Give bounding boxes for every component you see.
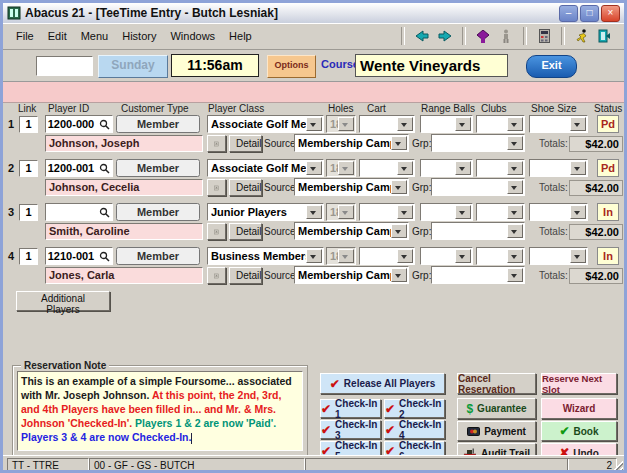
chevron-down-icon[interactable] (507, 180, 523, 194)
chevron-down-icon[interactable] (507, 224, 523, 238)
release-all-players-button[interactable]: ✔Release All Players (320, 373, 445, 394)
range-balls-select[interactable] (420, 159, 473, 177)
detail-button[interactable]: Detail (229, 223, 262, 240)
clubs-select[interactable] (476, 159, 525, 177)
clubs-select[interactable] (476, 247, 525, 265)
chevron-down-icon[interactable] (507, 161, 523, 175)
chevron-down-icon[interactable] (391, 180, 407, 194)
resize-grip[interactable] (611, 461, 623, 473)
detail-button[interactable]: Detail (229, 179, 262, 196)
player-name-field[interactable]: Johnson, Cecelia (45, 179, 203, 196)
search-icon[interactable] (96, 205, 112, 219)
transfer-icon-button[interactable] (207, 135, 226, 152)
chevron-down-icon[interactable] (306, 117, 322, 131)
player-id-field[interactable] (45, 203, 113, 221)
shoe-size-select[interactable] (529, 159, 588, 177)
cancel-reservation-button[interactable]: Cancel Reservation (457, 373, 536, 394)
menu-menu[interactable]: Menu (74, 27, 116, 45)
cart-select[interactable] (359, 159, 415, 177)
chevron-down-icon[interactable] (507, 136, 523, 150)
check-in-3-button[interactable]: ✔Check-In 3 (320, 420, 381, 439)
shoe-size-select[interactable] (529, 203, 588, 221)
player-name-field[interactable]: Smith, Caroline (45, 223, 203, 240)
check-in-1-button[interactable]: ✔Check-In 1 (320, 399, 381, 418)
menu-file[interactable]: File (9, 27, 41, 45)
transfer-icon-button[interactable] (207, 267, 226, 284)
player-class-select[interactable]: Business Members (207, 247, 324, 265)
additional-players-button[interactable]: Additional Players (16, 291, 110, 311)
chevron-down-icon[interactable] (397, 249, 413, 263)
cart-select[interactable] (359, 247, 415, 265)
customer-type-button[interactable]: Member (116, 159, 200, 177)
chevron-down-icon[interactable] (455, 161, 471, 175)
customer-type-button[interactable]: Member (116, 203, 200, 221)
source-select[interactable]: Membership Campa (294, 266, 409, 284)
wizard-button[interactable]: Wizard (541, 398, 617, 419)
transfer-icon-button[interactable] (207, 223, 226, 240)
player-name-field[interactable]: Johnson, Joseph (45, 135, 203, 152)
source-select[interactable]: Membership Campa (294, 178, 409, 196)
close-button[interactable]: × (601, 5, 620, 22)
chevron-down-icon[interactable] (391, 136, 407, 150)
range-balls-select[interactable] (420, 203, 473, 221)
date-input[interactable] (36, 56, 93, 76)
maximize-button[interactable]: □ (580, 5, 599, 22)
chevron-down-icon[interactable] (306, 249, 322, 263)
transfer-icon-button[interactable] (207, 179, 226, 196)
source-select[interactable]: Membership Campa (294, 134, 409, 152)
prev-arrow-icon[interactable] (413, 27, 431, 45)
cart-select[interactable] (359, 115, 415, 133)
player-class-select[interactable]: Junior Players (207, 203, 324, 221)
customer-type-button[interactable]: Member (116, 247, 200, 265)
search-icon[interactable] (96, 249, 112, 263)
shoe-size-select[interactable] (529, 115, 588, 133)
chevron-down-icon[interactable] (507, 249, 523, 263)
chevron-down-icon[interactable] (306, 205, 322, 219)
player-name-field[interactable]: Jones, Carla (45, 267, 203, 284)
day-button[interactable]: Sunday (98, 55, 168, 78)
next-arrow-icon[interactable] (436, 27, 454, 45)
range-balls-select[interactable] (420, 115, 473, 133)
chevron-down-icon[interactable] (570, 117, 586, 131)
link-field[interactable]: 1 (19, 204, 38, 221)
detail-button[interactable]: Detail (229, 267, 262, 284)
detail-button[interactable]: Detail (229, 135, 262, 152)
grp-select[interactable] (431, 222, 525, 240)
calculator-icon[interactable] (535, 27, 553, 45)
chevron-down-icon[interactable] (570, 205, 586, 219)
chevron-down-icon[interactable] (391, 268, 407, 282)
search-icon[interactable] (96, 117, 112, 131)
grp-select[interactable] (431, 266, 525, 284)
chevron-down-icon[interactable] (455, 117, 471, 131)
player-id-field[interactable]: 1200-001 (45, 159, 113, 177)
player-class-select[interactable]: Associate Golf Membe (207, 115, 324, 133)
chevron-down-icon[interactable] (397, 161, 413, 175)
check-in-4-button[interactable]: ✔Check-In 4 (384, 420, 445, 439)
search-icon[interactable] (96, 161, 112, 175)
chevron-down-icon[interactable] (397, 205, 413, 219)
payment-button[interactable]: Payment (457, 421, 536, 441)
player-class-select[interactable]: Associate Golf Membe (207, 159, 324, 177)
range-balls-select[interactable] (420, 247, 473, 265)
check-in-2-button[interactable]: ✔Check-In 2 (384, 399, 445, 418)
customer-type-button[interactable]: Member (116, 115, 200, 133)
reservation-note-text[interactable]: This is an example of a simple Foursome.… (17, 371, 303, 451)
link-field[interactable]: 1 (19, 248, 38, 265)
chevron-down-icon[interactable] (570, 161, 586, 175)
course-field[interactable]: Wente Vineyards (355, 54, 508, 77)
guarantee-button[interactable]: $Guarantee (457, 398, 536, 419)
chevron-down-icon[interactable] (455, 205, 471, 219)
exit-door-icon[interactable] (596, 27, 614, 45)
runner-icon[interactable] (573, 27, 591, 45)
grp-select[interactable] (431, 134, 525, 152)
grp-select[interactable] (431, 178, 525, 196)
player-id-field[interactable]: 1210-001 (45, 247, 113, 265)
clubs-select[interactable] (476, 115, 525, 133)
chevron-down-icon[interactable] (570, 249, 586, 263)
menu-windows[interactable]: Windows (163, 27, 222, 45)
cart-select[interactable] (359, 203, 415, 221)
ribbon-icon[interactable] (474, 27, 492, 45)
menu-help[interactable]: Help (222, 27, 259, 45)
reserve-next-slot-button[interactable]: Reserve Next Slot (541, 373, 617, 394)
menu-history[interactable]: History (115, 27, 163, 45)
